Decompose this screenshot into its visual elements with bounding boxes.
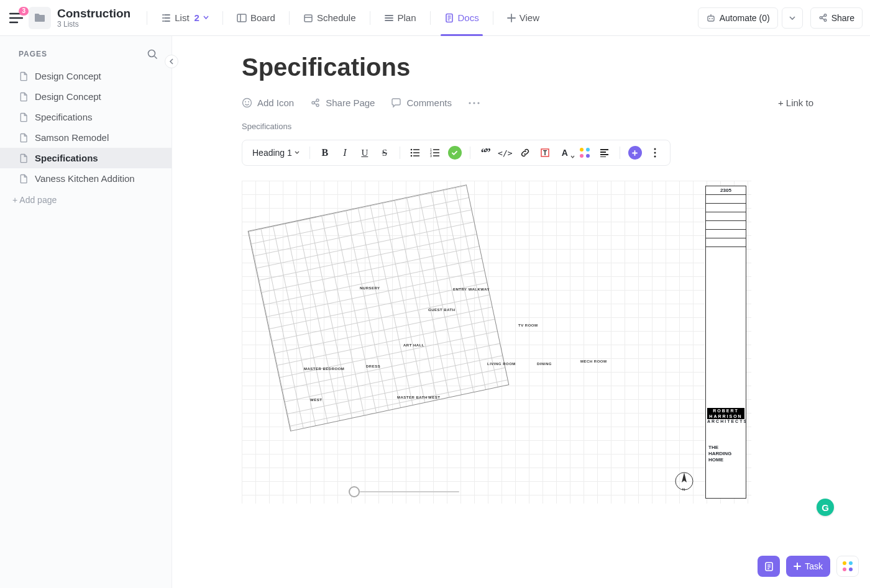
- page-icon: [19, 112, 29, 122]
- plus-icon: [507, 14, 516, 22]
- sidebar-page-item[interactable]: Design Concept: [0, 86, 172, 107]
- robot-icon: [706, 13, 716, 23]
- share-icon: [310, 97, 321, 108]
- divider: [370, 11, 370, 25]
- tab-list[interactable]: List 2: [155, 6, 215, 30]
- tab-board-label: Board: [250, 12, 275, 23]
- four-dots-icon: [843, 561, 853, 571]
- room-label: GUEST BATH: [428, 308, 456, 312]
- text-box-button[interactable]: T: [536, 144, 554, 161]
- project-title[interactable]: Construction: [57, 7, 130, 20]
- breadcrumb[interactable]: Specifications: [242, 122, 813, 131]
- sidebar-page-item[interactable]: Specifications: [0, 148, 172, 168]
- numbered-list-button[interactable]: 123: [426, 144, 444, 161]
- room-label: MECH ROOM: [580, 360, 607, 363]
- slider-track: [360, 491, 459, 492]
- italic-button[interactable]: I: [336, 144, 354, 161]
- room-label: TV ROOM: [518, 323, 538, 327]
- page-icon: [19, 92, 29, 102]
- project-l3: HOME: [708, 457, 743, 463]
- insert-button[interactable]: [626, 144, 644, 161]
- notepad-button[interactable]: [758, 556, 780, 577]
- link-to-action[interactable]: + Link to: [778, 97, 813, 108]
- tab-docs[interactable]: Docs: [438, 6, 485, 30]
- link-button[interactable]: [516, 144, 534, 161]
- sidebar-page-item[interactable]: Samson Remodel: [0, 127, 172, 148]
- svg-rect-3: [708, 16, 714, 21]
- room-label: DINING: [537, 362, 552, 366]
- heading-select[interactable]: Heading 1: [249, 148, 303, 158]
- title-block: Construction 3 Lists: [57, 7, 130, 29]
- align-left-icon: [600, 148, 609, 157]
- chevron-left-icon: [169, 58, 174, 65]
- check-circle-icon: [448, 146, 462, 160]
- architect-name-3: ARCHITECTS: [707, 419, 744, 423]
- code-button[interactable]: </>: [497, 144, 514, 161]
- automate-dropdown[interactable]: [782, 7, 803, 29]
- add-icon-label: Add Icon: [257, 97, 294, 108]
- page-label: Samson Remodel: [35, 132, 109, 143]
- tab-plan[interactable]: Plan: [378, 6, 423, 30]
- chevron-down-icon: [570, 155, 575, 159]
- room-label: LIVING ROOM: [487, 362, 516, 366]
- divider: [222, 11, 223, 25]
- sidebar-page-item[interactable]: Design Concept: [0, 66, 172, 86]
- page-icon: [19, 71, 29, 81]
- grammarly-icon[interactable]: G: [817, 499, 834, 516]
- comments-action[interactable]: Comments: [391, 97, 452, 108]
- page-label: Specifications: [35, 153, 98, 163]
- add-page[interactable]: + Add page: [0, 189, 172, 211]
- automate-label: Automate (0): [720, 13, 770, 23]
- bold-button[interactable]: B: [316, 144, 334, 161]
- room-label: MASTER BEDROOM: [304, 367, 344, 371]
- more-actions[interactable]: [468, 101, 480, 105]
- room-label: MASTER BATH: [397, 396, 428, 399]
- svg-text:N: N: [682, 487, 685, 491]
- task-label: Task: [805, 561, 823, 571]
- automate-button[interactable]: Automate (0): [698, 7, 778, 29]
- doc-title[interactable]: Specifications: [242, 53, 813, 81]
- comments-label: Comments: [406, 97, 452, 108]
- add-icon-action[interactable]: Add Icon: [242, 97, 294, 108]
- menu-button[interactable]: 3: [7, 9, 25, 27]
- divider: [400, 147, 400, 159]
- emoji-icon: [242, 97, 252, 108]
- tab-schedule[interactable]: Schedule: [297, 6, 362, 30]
- text-color-button[interactable]: A: [556, 144, 574, 161]
- collapse-sidebar-button[interactable]: [165, 55, 178, 68]
- sidebar-page-item[interactable]: Vaness Kitchen Addition: [0, 168, 172, 189]
- sheet-number: 2305: [706, 186, 746, 195]
- tab-board[interactable]: Board: [231, 6, 282, 30]
- slider-thumb[interactable]: [349, 486, 360, 497]
- highlight-button[interactable]: [576, 144, 593, 161]
- north-arrow-icon: N: [673, 470, 695, 492]
- topbar: 3 Construction 3 Lists List 2 Board Sche…: [0, 0, 870, 36]
- align-button[interactable]: [596, 144, 613, 161]
- sidebar-page-item[interactable]: Specifications: [0, 107, 172, 127]
- checklist-button[interactable]: [446, 144, 464, 161]
- bullet-list-button[interactable]: [406, 144, 424, 161]
- folder-icon[interactable]: [29, 7, 51, 29]
- underline-button[interactable]: U: [356, 144, 373, 161]
- four-dots-icon: [580, 148, 590, 158]
- share-page-action[interactable]: Share Page: [310, 97, 375, 108]
- toolbar-more[interactable]: [646, 144, 664, 161]
- create-task-button[interactable]: Task: [786, 556, 830, 577]
- strike-button[interactable]: S: [376, 144, 393, 161]
- blueprint-image[interactable]: NURSERY ENTRY WALKWAY GUEST BATH TV ROOM…: [242, 181, 751, 504]
- image-resize-slider[interactable]: [354, 486, 459, 497]
- link-icon: [520, 148, 530, 158]
- page-label: Design Concept: [35, 71, 101, 81]
- add-view[interactable]: View: [501, 6, 546, 30]
- svg-point-19: [411, 149, 413, 151]
- quote-button[interactable]: “”: [477, 144, 494, 161]
- room-label: NURSERY: [360, 286, 380, 290]
- svg-point-13: [312, 102, 314, 104]
- svg-point-14: [316, 99, 319, 102]
- svg-point-9: [149, 50, 155, 57]
- search-icon[interactable]: [147, 48, 158, 60]
- svg-point-15: [316, 104, 319, 107]
- share-label: Share: [831, 13, 854, 23]
- apps-button[interactable]: [836, 556, 859, 577]
- share-button[interactable]: Share: [810, 7, 863, 29]
